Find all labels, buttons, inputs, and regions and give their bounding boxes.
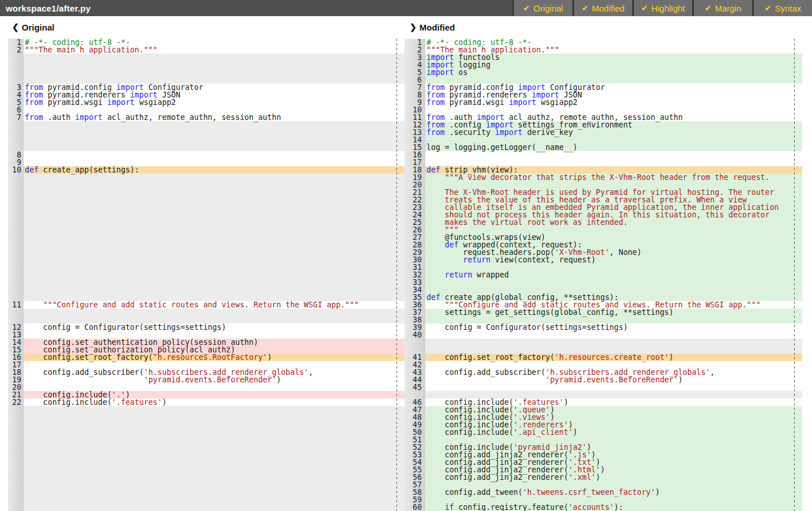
code-text — [24, 181, 405, 189]
code-text — [24, 121, 405, 129]
code-line-modified: 58 config.add_tween('h.tweens.csrf_tween… — [405, 489, 802, 496]
panel-headers: ❮ Original ❯ Modified — [0, 16, 812, 39]
code-token: view(context, request) — [490, 256, 596, 264]
code-line-original — [8, 61, 405, 69]
line-number — [8, 271, 24, 279]
toggle-syntax-button[interactable]: ✔Syntax — [754, 0, 812, 16]
code-line-modified: 44 'pyramid.events.BeforeRender') — [405, 376, 802, 384]
code-line-original: 7from .auth import acl_authz, remote_aut… — [8, 114, 405, 121]
code-text: from pyramid.wsgi import wsgiapp2 — [24, 99, 405, 106]
code-line-modified: 41 config.set_root_factory('h.resources.… — [405, 354, 802, 361]
code-token: ) — [573, 428, 577, 437]
code-token: '.api_client' — [513, 428, 573, 437]
line-number — [8, 241, 24, 249]
code-token: 'accounts' — [568, 503, 614, 511]
original-panel-title: Original — [22, 22, 55, 32]
code-text: 'pyramid.events.BeforeRender') — [425, 376, 802, 384]
code-text — [24, 459, 405, 466]
code-text — [24, 174, 405, 181]
code-line-original — [8, 466, 405, 474]
line-number — [8, 196, 24, 204]
line-number — [8, 264, 24, 271]
code-token: config = Configurator(settings=settings) — [25, 323, 226, 332]
code-line-original — [8, 256, 405, 264]
code-line-original: 11 """Configure and add static routes an… — [8, 301, 405, 309]
code-token: 'h.tweens.csrf_tween_factory' — [523, 488, 655, 497]
toggle-modified-button[interactable]: ✔Modified — [574, 0, 632, 16]
code-line-modified: 45 — [405, 384, 802, 391]
modified-panel-header[interactable]: ❯ Modified — [410, 16, 455, 38]
code-token: """The main h application.""" — [25, 46, 157, 54]
original-panel-header[interactable]: ❮ Original — [12, 16, 54, 38]
line-number — [8, 256, 24, 264]
code-token: config.registry.feature( — [454, 503, 569, 511]
code-text: import logging — [425, 61, 802, 69]
code-token: from — [426, 98, 445, 107]
code-token — [426, 256, 463, 264]
code-text — [24, 309, 405, 316]
original-code[interactable]: 1# -*- coding: utf-8 -*-2"""The main h a… — [8, 39, 405, 511]
code-line-modified: 56 config.add_jinja2_renderer('.xml') — [405, 474, 802, 481]
code-token: .auth — [43, 113, 75, 122]
code-line-modified: 37 settings = get_settings(global_config… — [405, 309, 802, 316]
code-text: log = logging.getLogger(__name__) — [425, 144, 802, 151]
code-token: config.include( — [25, 398, 112, 407]
code-token: config.add_tween( — [426, 488, 523, 497]
line-number — [8, 219, 24, 226]
code-token: from — [25, 98, 43, 107]
line-number — [8, 444, 24, 451]
code-line-original — [8, 129, 405, 136]
code-line-original — [8, 429, 405, 436]
line-number: 11 — [8, 301, 24, 309]
code-token: import — [107, 98, 135, 107]
code-line-original: 8 — [8, 151, 405, 159]
code-line-original — [8, 414, 405, 421]
code-text — [24, 144, 405, 151]
code-line-original — [8, 226, 405, 234]
code-text: if config.registry.feature('accounts'): — [425, 504, 802, 511]
code-line-original — [8, 241, 405, 249]
code-token: wsgiapp2 — [135, 98, 176, 107]
check-icon: ✔ — [641, 3, 648, 13]
modified-panel: 1# -*- coding: utf-8 -*-2"""The main h a… — [405, 39, 802, 511]
code-token: if — [445, 503, 454, 511]
check-icon: ✔ — [765, 3, 772, 13]
code-text: from .auth import acl_authz, remote_auth… — [24, 114, 405, 121]
code-line-modified: 30 return view(context, request) — [405, 256, 802, 264]
code-token: , — [710, 368, 715, 377]
code-line-original: 16 config.set_root_factory('h.resources.… — [8, 354, 405, 361]
code-text — [24, 414, 405, 421]
code-token: return — [463, 256, 491, 264]
code-line-modified: 9from pyramid.wsgi import wsgiapp2 — [405, 99, 802, 106]
toggle-original-button[interactable]: ✔Original — [514, 0, 572, 16]
code-line-original — [8, 144, 405, 151]
code-token — [25, 375, 143, 384]
code-text — [24, 249, 405, 256]
line-number: 2 — [8, 46, 24, 54]
code-text — [24, 421, 405, 429]
code-text — [24, 219, 405, 226]
code-text: from pyramid.wsgi import wsgiapp2 — [425, 99, 802, 106]
toggle-margin-button[interactable]: ✔Margin — [694, 0, 752, 16]
code-token: ) — [162, 398, 167, 407]
line-number — [8, 429, 24, 436]
code-token: os — [454, 68, 468, 77]
code-text — [425, 384, 802, 391]
code-text — [24, 211, 405, 219]
line-number: 7 — [8, 114, 24, 121]
code-line-original — [8, 481, 405, 489]
line-number — [8, 279, 24, 286]
line-number — [8, 204, 24, 211]
code-line-original — [8, 219, 405, 226]
check-icon: ✔ — [581, 3, 588, 13]
code-token: wrapped — [472, 270, 509, 279]
line-number — [8, 226, 24, 234]
toggle-highlight-button[interactable]: ✔Highlight — [634, 0, 692, 16]
code-token: import — [75, 113, 103, 122]
code-text — [24, 444, 405, 451]
line-number — [8, 129, 24, 136]
line-number: 5 — [405, 69, 425, 76]
line-number — [8, 489, 24, 496]
modified-code[interactable]: 1# -*- coding: utf-8 -*-2"""The main h a… — [405, 39, 802, 511]
code-line-original — [8, 69, 405, 76]
